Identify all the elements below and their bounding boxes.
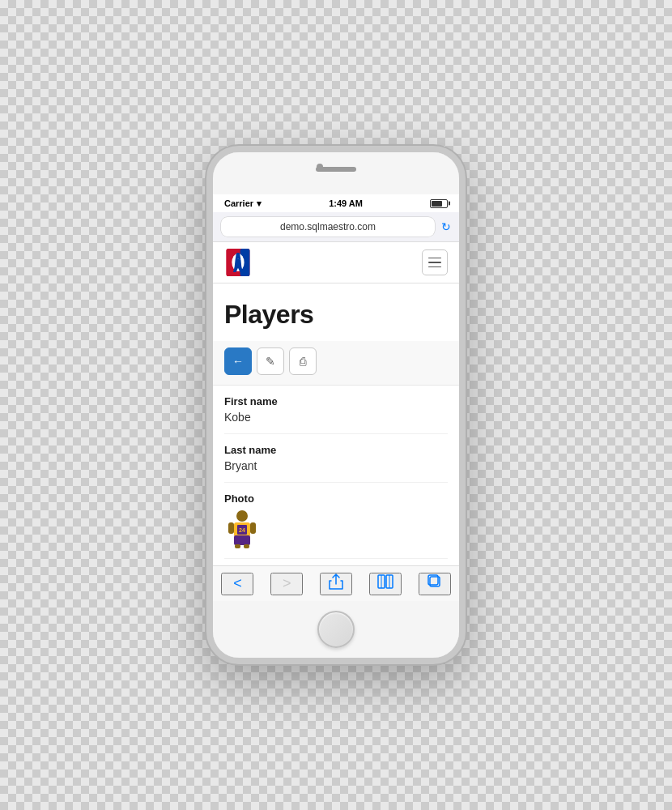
player-photo: 24	[224, 508, 261, 548]
page-title: Players	[224, 300, 448, 330]
nba-logo	[224, 249, 252, 276]
bottom-nav: < >	[213, 565, 459, 601]
hamburger-button[interactable]	[422, 249, 448, 275]
first-name-label: First name	[224, 395, 448, 407]
chevron-left-icon: <	[233, 575, 242, 592]
volume-down-button[interactable]	[206, 288, 210, 319]
hamburger-icon	[428, 266, 441, 268]
arrow-left-icon: ←	[232, 355, 244, 368]
print-icon: ⎙	[300, 355, 306, 368]
last-name-label: Last name	[224, 444, 448, 456]
svg-rect-15	[235, 544, 240, 548]
edit-button[interactable]: ✎	[257, 347, 284, 375]
share-icon	[329, 573, 343, 594]
wifi-icon: ▾	[257, 198, 262, 209]
battery-icon	[430, 199, 448, 208]
last-name-value: Bryant	[224, 459, 448, 472]
nav-forward-button[interactable]: >	[270, 573, 303, 595]
svg-rect-12	[228, 522, 234, 534]
first-name-value: Kobe	[224, 411, 448, 424]
app-header	[213, 242, 459, 284]
field-first-name: First name Kobe	[224, 386, 448, 434]
page-title-section: Players	[213, 284, 459, 341]
app-content: Players ← ✎ ⎙ First name Kobe	[213, 242, 459, 565]
url-input[interactable]	[221, 217, 435, 237]
pencil-icon: ✎	[266, 355, 275, 368]
field-last-name: Last name Bryant	[224, 434, 448, 483]
url-bar: ↻	[213, 212, 459, 242]
svg-point-7	[236, 253, 240, 257]
chevron-right-icon: >	[283, 575, 291, 592]
back-button[interactable]: ←	[224, 347, 252, 375]
status-time: 1:49 AM	[329, 198, 363, 208]
svg-rect-14	[234, 535, 250, 545]
speaker	[316, 167, 356, 172]
bookmarks-button[interactable]	[369, 573, 402, 595]
book-icon	[377, 574, 393, 593]
battery-fill	[432, 201, 443, 207]
carrier-name: Carrier	[224, 198, 253, 208]
tabs-button[interactable]	[419, 573, 451, 595]
phone-top-bar	[213, 152, 459, 194]
power-button[interactable]	[462, 233, 466, 274]
share-button[interactable]	[320, 573, 352, 595]
status-bar: Carrier ▾ 1:49 AM	[213, 194, 459, 212]
refresh-button[interactable]: ↻	[441, 220, 451, 233]
hamburger-icon	[428, 262, 441, 263]
carrier-info: Carrier ▾	[224, 198, 262, 209]
svg-rect-13	[250, 522, 256, 534]
svg-point-8	[236, 510, 248, 522]
print-button[interactable]: ⎙	[289, 347, 317, 375]
home-button[interactable]	[317, 611, 355, 648]
phone-screen: Carrier ▾ 1:49 AM ↻	[213, 194, 459, 601]
hamburger-icon	[428, 258, 441, 259]
field-height: Height 198	[224, 559, 448, 565]
field-photo: Photo 24	[224, 483, 448, 559]
nav-back-button[interactable]: <	[221, 573, 253, 595]
phone-bottom-bar	[213, 601, 459, 658]
record-fields: First name Kobe Last name Bryant Photo	[213, 386, 459, 565]
svg-rect-16	[244, 544, 249, 548]
phone-shell: Carrier ▾ 1:49 AM ↻	[206, 146, 466, 664]
battery-indicator	[430, 199, 448, 208]
svg-text:24: 24	[239, 527, 245, 533]
photo-label: Photo	[224, 492, 448, 505]
action-toolbar: ← ✎ ⎙	[213, 341, 459, 386]
mute-button[interactable]	[206, 217, 210, 240]
volume-up-button[interactable]	[206, 249, 210, 280]
tabs-icon	[427, 574, 442, 593]
